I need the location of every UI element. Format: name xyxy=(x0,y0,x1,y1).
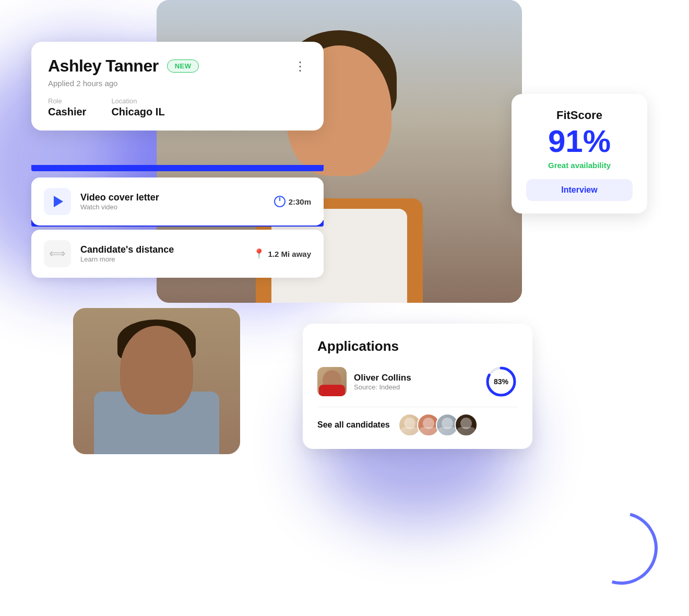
video-title: Video cover letter xyxy=(80,192,265,203)
play-icon-wrapper[interactable] xyxy=(44,188,71,215)
divider xyxy=(317,407,518,407)
distance-icon-wrapper: ⟺ xyxy=(44,240,71,267)
distance-card[interactable]: ⟺ Candidate's distance Learn more 📍 1.2 … xyxy=(31,230,324,278)
distance-subtitle: Learn more xyxy=(80,255,244,263)
video-duration: 2:30m xyxy=(274,196,311,207)
applicant-avatar xyxy=(317,367,347,396)
mini-avatar-4 xyxy=(455,413,478,436)
avatar-body xyxy=(319,385,345,396)
role-value: Cashier xyxy=(48,106,86,118)
see-all-row[interactable]: See all candidates xyxy=(317,413,518,436)
role-label: Role xyxy=(48,97,86,105)
candidate-name: Ashley Tanner xyxy=(48,56,159,76)
pin-icon: 📍 xyxy=(253,248,265,259)
fitscore-label: FitScore xyxy=(526,109,633,122)
applications-title: Applications xyxy=(317,338,518,354)
fitscore-card: FitScore 91% Great availability Intervie… xyxy=(512,94,647,214)
candidate-card: Ashley Tanner NEW ⋮ Applied 2 hours ago … xyxy=(31,42,324,131)
video-subtitle: Watch video xyxy=(80,203,265,211)
distance-miles: 1.2 Mi away xyxy=(268,250,311,258)
applicant-name: Oliver Collins xyxy=(354,373,477,383)
applicant-row: Oliver Collins Source: Indeed 83% xyxy=(317,365,518,398)
duration-value: 2:30m xyxy=(289,197,311,206)
arrows-icon: ⟺ xyxy=(49,247,66,260)
new-badge: NEW xyxy=(167,60,199,73)
applicant-info: Oliver Collins Source: Indeed xyxy=(354,373,477,391)
fitscore-availability: Great availability xyxy=(526,161,633,170)
fitscore-percent: 91% xyxy=(526,124,633,159)
applicant-source: Source: Indeed xyxy=(354,383,477,391)
role-item: Role Cashier xyxy=(48,97,86,118)
dots-menu[interactable]: ⋮ xyxy=(294,59,307,74)
distance-value-group: 📍 1.2 Mi away xyxy=(253,248,311,259)
timer-icon xyxy=(274,196,286,207)
score-circle: 83% xyxy=(484,365,518,398)
distance-title: Candidate's distance xyxy=(80,244,244,255)
applied-text: Applied 2 hours ago xyxy=(48,79,307,88)
score-label: 83% xyxy=(484,365,518,398)
see-all-text: See all candidates xyxy=(317,420,390,430)
location-value: Chicago IL xyxy=(111,106,164,118)
applications-card: Applications Oliver Collins Source: Inde… xyxy=(303,324,532,449)
candidate-avatars-group xyxy=(398,413,478,436)
decorative-curve xyxy=(571,498,671,598)
scene: Ashley Tanner NEW ⋮ Applied 2 hours ago … xyxy=(0,0,689,616)
distance-info: Candidate's distance Learn more xyxy=(80,244,244,263)
interview-button[interactable]: Interview xyxy=(526,179,633,201)
hero-man-image xyxy=(73,308,240,454)
video-cover-card[interactable]: Video cover letter Watch video 2:30m xyxy=(31,177,324,226)
blue-accent-bar-1 xyxy=(31,165,324,171)
play-triangle-icon xyxy=(54,196,63,207)
video-info: Video cover letter Watch video xyxy=(80,192,265,211)
location-label: Location xyxy=(111,97,164,105)
location-item: Location Chicago IL xyxy=(111,97,164,118)
